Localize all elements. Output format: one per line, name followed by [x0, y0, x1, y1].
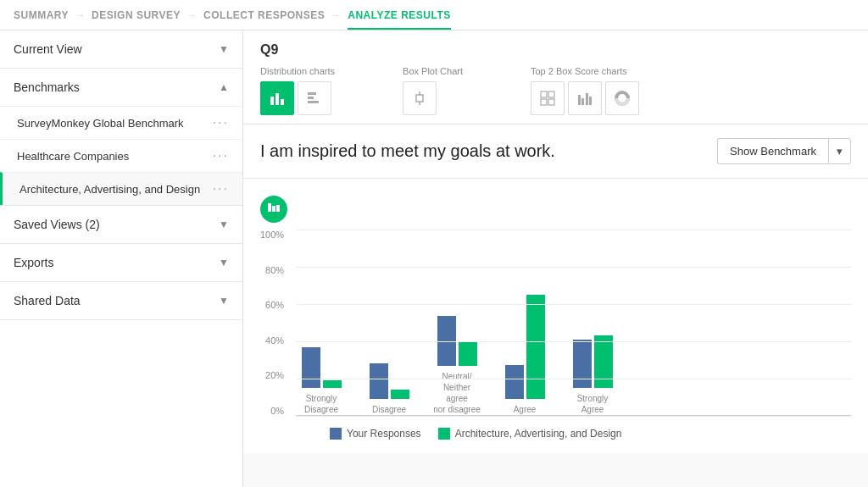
svg-rect-12	[541, 99, 547, 105]
sidebar-section-saved-views-header[interactable]: Saved Views (2)	[0, 206, 242, 243]
grid-line-0	[296, 416, 851, 417]
svg-rect-16	[586, 93, 588, 105]
donut-chart-icon[interactable]	[605, 81, 639, 115]
svg-rect-4	[308, 97, 314, 99]
bar-label-disagree: Disagree	[364, 404, 415, 415]
chart-group-distribution-label: Distribution charts	[260, 66, 335, 76]
svg-rect-5	[308, 101, 319, 103]
chevron-down-icon	[219, 257, 229, 268]
legend-item-benchmark: Architecture, Advertising, and Design	[438, 428, 622, 440]
svg-rect-22	[276, 205, 280, 212]
chart-type-selector: Distribution charts Box Plot Chart	[260, 66, 851, 124]
sidebar-section-exports-label: Exports	[14, 256, 53, 269]
nav-step-design[interactable]: DESIGN SURVEY	[92, 9, 181, 21]
sidebar-section-shared-data-label: Shared Data	[14, 294, 81, 307]
nav-step-collect[interactable]: COLLECT RESPONSES	[203, 9, 325, 21]
bars-container: StronglyDisagree Disagree	[296, 230, 851, 416]
y-label-80: 80%	[265, 265, 284, 275]
svg-rect-14	[578, 95, 581, 105]
sidebar-section-exports-header[interactable]: Exports	[0, 244, 242, 281]
nav-step-analyze[interactable]: ANALYZE RESULTS	[348, 0, 451, 30]
show-benchmark-button[interactable]: Show Benchmark	[717, 138, 828, 164]
avatar	[260, 196, 287, 223]
legend-item-your-responses: Your Responses	[330, 428, 421, 440]
benchmark-item-surveymonkey-label: SurveyMonkey Global Benchmark	[17, 117, 184, 130]
main-layout: Current View Benchmarks SurveyMonkey Glo…	[0, 30, 868, 487]
nav-arrow-3: →	[331, 10, 341, 20]
more-options-icon[interactable]: ···	[213, 115, 229, 130]
main-content: Q9 Distribution charts	[243, 30, 868, 487]
y-axis: 100% 80% 60% 40% 20% 0%	[260, 230, 289, 416]
sidebar-section-shared-data-header[interactable]: Shared Data	[0, 282, 242, 319]
y-label-0: 0%	[270, 406, 284, 416]
bar-label-agree: Agree	[499, 404, 550, 415]
chart-group-distribution: Distribution charts	[260, 66, 335, 115]
legend-label-benchmark: Architecture, Advertising, and Design	[455, 428, 622, 440]
sidebar-section-benchmarks-label: Benchmarks	[14, 80, 80, 94]
svg-rect-21	[272, 206, 275, 212]
bar-chart: StronglyDisagree Disagree	[296, 230, 851, 416]
bar-chart-icon[interactable]	[260, 81, 294, 115]
distribution-chart-icons	[260, 81, 335, 115]
svg-rect-20	[268, 203, 271, 212]
bars-strongly-agree	[573, 335, 613, 388]
bar-your-response-strongly-disagree	[302, 347, 320, 388]
benchmark-item-surveymonkey[interactable]: SurveyMonkey Global Benchmark ···	[0, 106, 242, 139]
benchmark-item-healthcare[interactable]: Healthcare Companies ···	[0, 139, 242, 172]
chevron-down-icon	[219, 219, 229, 230]
more-options-icon[interactable]: ···	[213, 148, 229, 163]
sidebar: Current View Benchmarks SurveyMonkey Glo…	[0, 30, 243, 487]
sidebar-section-shared-data: Shared Data	[0, 282, 242, 320]
sidebar-section-current-view-header[interactable]: Current View	[0, 30, 242, 68]
bars-strongly-disagree	[302, 347, 342, 388]
nav-step-summary[interactable]: SUMMARY	[14, 9, 69, 21]
bar-your-response-disagree	[370, 363, 388, 399]
bar-your-response-agree	[505, 365, 524, 399]
chevron-down-icon	[219, 295, 229, 307]
bars-agree	[505, 295, 545, 399]
sidebar-section-benchmarks-header[interactable]: Benchmarks	[0, 69, 242, 106]
bar-group-strongly-disagree: StronglyDisagree	[296, 347, 347, 415]
svg-rect-2	[281, 99, 284, 105]
sidebar-section-benchmarks: Benchmarks SurveyMonkey Global Benchmark…	[0, 69, 242, 206]
grouped-bar-chart-icon[interactable]	[568, 81, 602, 115]
svg-rect-17	[589, 97, 592, 105]
horizontal-bar-chart-icon[interactable]	[298, 81, 331, 115]
more-options-icon[interactable]: ···	[213, 181, 229, 196]
bars-neutral	[437, 316, 477, 366]
sidebar-section-exports: Exports	[0, 244, 242, 282]
sidebar-section-current-view: Current View	[0, 30, 242, 69]
chart-group-top2box-label: Top 2 Box Score charts	[531, 66, 639, 76]
bar-benchmark-strongly-agree	[594, 335, 613, 388]
bars-disagree	[370, 363, 409, 399]
svg-rect-0	[270, 97, 274, 105]
boxplot-chart-icons	[403, 81, 463, 115]
chart-group-boxplot-label: Box Plot Chart	[403, 66, 463, 76]
bar-your-response-neutral	[437, 316, 456, 366]
question-title: I am inspired to meet my goals at work.	[260, 141, 555, 161]
benchmark-item-architecture[interactable]: Architecture, Advertising, and Design ··…	[0, 172, 242, 205]
bar-benchmark-disagree	[391, 390, 409, 399]
box-plot-icon[interactable]	[403, 81, 437, 115]
bar-label-strongly-disagree: StronglyDisagree	[296, 393, 347, 415]
table-chart-icon[interactable]	[531, 81, 565, 115]
question-header: Q9 Distribution charts	[243, 30, 868, 125]
nav-arrow-2: →	[187, 10, 197, 20]
svg-rect-11	[548, 91, 554, 97]
sidebar-section-saved-views-label: Saved Views (2)	[14, 218, 100, 231]
bar-group-agree: Agree	[499, 295, 550, 415]
chart-group-boxplot: Box Plot Chart	[403, 66, 463, 115]
chevron-down-icon	[219, 43, 229, 55]
benchmark-item-architecture-label: Architecture, Advertising, and Design	[19, 183, 200, 196]
bar-group-disagree: Disagree	[364, 363, 415, 415]
chevron-up-icon	[219, 81, 229, 93]
svg-rect-3	[308, 92, 316, 95]
bar-label-neutral: Neutral/Neither agreenor disagree	[431, 371, 482, 415]
bar-benchmark-neutral	[459, 341, 477, 366]
bar-label-strongly-agree: StronglyAgree	[567, 393, 618, 415]
show-benchmark-dropdown-button[interactable]: ▾	[828, 138, 851, 164]
y-label-40: 40%	[265, 335, 284, 346]
nav-arrow-1: →	[75, 10, 85, 20]
svg-rect-13	[548, 99, 554, 105]
chart-area: 100% 80% 60% 40% 20% 0%	[243, 179, 868, 453]
